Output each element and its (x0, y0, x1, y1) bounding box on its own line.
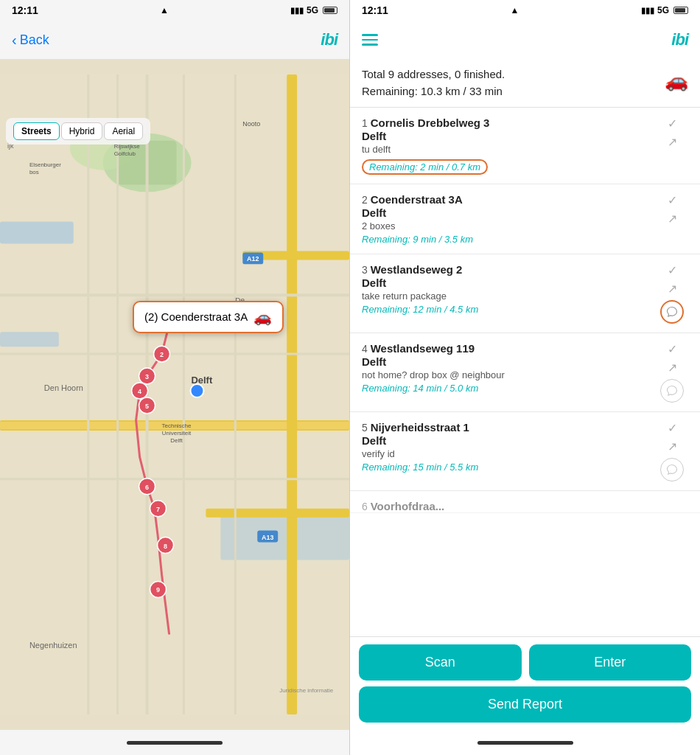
right-panel: 12:11 ▲ ▮▮▮ 5G ibi Total 9 addresses, 0 … (350, 0, 700, 755)
delivery-city-2: Delft (362, 206, 650, 219)
nav-icon-2[interactable]: ↗ (668, 212, 677, 226)
map-type-hybrid[interactable]: Hybrid (61, 122, 103, 140)
right-network: 5G (657, 5, 669, 15)
map-type-aerial[interactable]: Aerial (104, 122, 143, 140)
enter-button[interactable]: Enter (529, 644, 692, 681)
back-button[interactable]: ‹ Back (12, 32, 49, 49)
delivery-header-6: 6 Voorhofdraa... (362, 500, 688, 513)
nav-icon-5[interactable]: ↗ (668, 439, 677, 453)
left-battery-icon (323, 7, 337, 14)
delivery-header-5: 5 Nijverheidsstraat 1 (362, 421, 650, 434)
svg-text:5: 5 (145, 403, 149, 410)
check-icon-1[interactable]: ✓ (668, 116, 677, 131)
delivery-number-4: 4 (362, 343, 371, 355)
svg-text:A13: A13 (262, 534, 273, 541)
right-location-icon: ▲ (510, 5, 519, 15)
delivery-city-5: Delft (362, 434, 650, 447)
svg-text:Juridische informatie: Juridische informatie (279, 687, 334, 694)
delivery-address-5: Nijverheidsstraat 1 (371, 421, 469, 434)
delivery-header-3: 3 Westlandseweg 2 (362, 263, 650, 276)
delivery-note-1: tu delft (362, 144, 650, 155)
right-status-bar: 12:11 ▲ ▮▮▮ 5G (350, 0, 700, 21)
check-icon-4[interactable]: ✓ (668, 342, 677, 356)
left-bottom-bar (0, 730, 349, 755)
back-label: Back (20, 32, 49, 48)
left-location-icon: ▲ (160, 5, 169, 15)
right-time: 12:11 (362, 4, 388, 16)
svg-rect-11 (206, 509, 349, 518)
delivery-header-4: 4 Westlandseweg 119 (362, 342, 650, 355)
right-battery-icon (673, 7, 688, 14)
delivery-remaining-3: Remaining: 12 min / 4.5 km (362, 304, 650, 315)
chat-icon-4[interactable] (660, 379, 684, 403)
delivery-remaining-2: Remaining: 9 min / 3.5 km (362, 234, 650, 245)
hamburger-line-1 (362, 34, 378, 36)
map-tooltip: (2) Coenderstraat 3A 🚗 (133, 301, 284, 333)
send-report-button[interactable]: Send Report (359, 686, 691, 723)
map-container[interactable]: Streets Hybrid Aerial (0, 59, 349, 730)
tooltip-label: (2) Coenderstraat 3A (144, 310, 248, 323)
delivery-item-6-partial: 6 Voorhofdraa... (350, 491, 700, 513)
delivery-actions-5: ✓ ↗ (656, 421, 688, 481)
delivery-note-4: not home? drop box @ neighbour (362, 369, 650, 380)
left-network: 5G (307, 5, 318, 15)
right-status-icons: ▮▮▮ 5G (641, 5, 688, 15)
chat-icon-5[interactable] (660, 458, 684, 481)
delivery-remaining-wrapper-1: Remaining: 2 min / 0.7 km (362, 157, 650, 175)
svg-text:Negenhuizen: Negenhuizen (29, 641, 77, 650)
delivery-number-6: 6 (362, 501, 371, 512)
bottom-buttons: Scan Enter Send Report (350, 636, 700, 730)
svg-text:7: 7 (156, 506, 160, 513)
svg-text:3: 3 (145, 373, 149, 380)
delivery-actions-4: ✓ ↗ (656, 342, 688, 403)
svg-rect-4 (0, 221, 74, 243)
delivery-address-1: Cornelis Drebbelweg 3 (371, 116, 490, 129)
hamburger-line-3 (362, 44, 378, 46)
left-status-bar: 12:11 ▲ ▮▮▮ 5G (0, 0, 349, 21)
right-app-logo: ibi (671, 30, 688, 49)
svg-text:Universiteit: Universiteit (162, 430, 192, 436)
nav-icon-3[interactable]: ↗ (668, 282, 677, 296)
map-svg: A13 A12 1 2 (0, 59, 349, 730)
svg-text:Technische: Technische (162, 422, 192, 429)
nav-icon-4[interactable]: ↗ (668, 361, 677, 375)
delivery-note-3: take return package (362, 290, 650, 302)
check-icon-2[interactable]: ✓ (668, 193, 677, 207)
delivery-address-6-partial: Voorhofdraa... (371, 500, 445, 512)
check-icon-3[interactable]: ✓ (668, 263, 677, 277)
delivery-item-4: 4 Westlandseweg 119 Delft not home? drop… (350, 333, 700, 412)
nav-icon-1[interactable]: ↗ (668, 135, 677, 149)
hamburger-menu-button[interactable] (362, 34, 378, 46)
svg-text:Elsenburger: Elsenburger (29, 161, 61, 168)
left-signal: ▮▮▮ (290, 6, 304, 15)
left-time: 12:11 (12, 4, 38, 16)
check-icon-5[interactable]: ✓ (668, 421, 677, 435)
map-type-streets[interactable]: Streets (13, 122, 60, 140)
delivery-number-3: 3 (362, 264, 371, 276)
left-nav-bar: ‹ Back ibi (0, 21, 349, 59)
delivery-header-1: 1 Cornelis Drebbelweg 3 (362, 116, 650, 130)
hamburger-line-2 (362, 39, 378, 41)
scan-button[interactable]: Scan (359, 644, 522, 681)
delivery-city-4: Delft (362, 355, 650, 368)
delivery-item-2: 2 Coenderstraat 3A Delft 2 boxes Remaini… (350, 184, 700, 254)
tooltip-car-icon: 🚗 (253, 308, 272, 326)
delivery-number-2: 2 (362, 194, 371, 206)
chat-bubble-svg-4 (666, 385, 678, 397)
delivery-remaining-5: Remaining: 15 min / 5.5 km (362, 462, 650, 473)
delivery-note-2: 2 boxes (362, 220, 650, 232)
summary-car-icon: 🚗 (665, 69, 688, 92)
right-nav-bar: ibi (350, 21, 700, 59)
delivery-address-4: Westlandseweg 119 (371, 342, 475, 355)
svg-text:6: 6 (145, 484, 149, 491)
delivery-city-3: Delft (362, 276, 650, 289)
delivery-content-2: 2 Coenderstraat 3A Delft 2 boxes Remaini… (362, 193, 650, 245)
svg-text:Den Hoorn: Den Hoorn (44, 383, 83, 392)
chat-icon-3[interactable] (660, 300, 684, 324)
delivery-city-1: Delft (362, 130, 650, 142)
summary-line2: Remaining: 10.3 km / 33 min (362, 83, 505, 100)
summary-line1: Total 9 addresses, 0 finished. (362, 66, 505, 83)
delivery-content-3: 3 Westlandseweg 2 Delft take return pack… (362, 263, 650, 315)
delivery-number-1: 1 (362, 117, 371, 129)
svg-point-30 (190, 384, 203, 397)
